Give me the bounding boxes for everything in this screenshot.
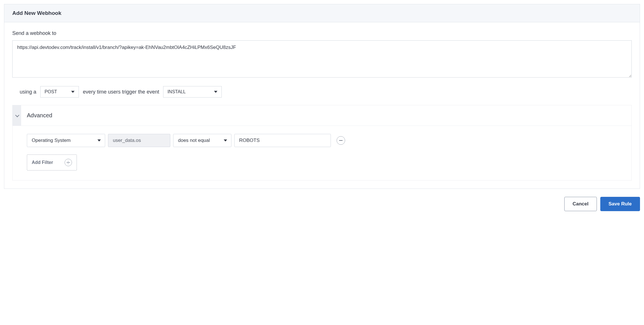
advanced-section: Advanced Operating System user_data.os d… xyxy=(12,105,632,181)
filter-row: Operating System user_data.os does not e… xyxy=(27,134,617,147)
config-row: using a POST every time users trigger th… xyxy=(20,86,632,98)
event-value: INSTALL xyxy=(167,89,186,94)
advanced-toggle[interactable] xyxy=(13,105,21,126)
advanced-body: Operating System user_data.os does not e… xyxy=(13,126,631,180)
plus-circle-icon xyxy=(65,159,72,166)
http-method-value: POST xyxy=(45,89,57,94)
caret-down-icon xyxy=(224,140,227,142)
event-select[interactable]: INSTALL xyxy=(163,86,222,98)
cancel-button[interactable]: Cancel xyxy=(564,197,597,211)
add-filter-label: Add Filter xyxy=(32,160,53,165)
caret-down-icon xyxy=(214,91,217,93)
filter-operator-select[interactable]: does not equal xyxy=(173,134,231,147)
webhook-panel: Add New Webhook Send a webhook to https:… xyxy=(4,4,640,189)
using-label: using a xyxy=(20,89,36,95)
webhook-url-input[interactable]: https://api.devtodev.com/track/install/v… xyxy=(12,40,632,78)
panel-body: Send a webhook to https://api.devtodev.c… xyxy=(4,22,640,189)
filter-value-input[interactable] xyxy=(234,134,331,147)
http-method-select[interactable]: POST xyxy=(40,86,79,98)
advanced-title: Advanced xyxy=(21,105,58,126)
remove-filter-button[interactable] xyxy=(337,136,345,145)
footer-buttons: Cancel Save Rule xyxy=(4,197,640,211)
panel-header: Add New Webhook xyxy=(4,4,640,22)
caret-down-icon xyxy=(71,91,75,93)
add-filter-button[interactable]: Add Filter xyxy=(27,154,77,171)
filter-property-select[interactable]: Operating System xyxy=(27,134,105,147)
panel-title: Add New Webhook xyxy=(12,10,632,16)
webhook-url-label: Send a webhook to xyxy=(12,30,632,36)
save-button[interactable]: Save Rule xyxy=(600,197,640,211)
advanced-header: Advanced xyxy=(13,105,631,126)
filter-field-display: user_data.os xyxy=(108,134,170,147)
trigger-label: every time users trigger the event xyxy=(83,89,159,95)
chevron-down-icon xyxy=(15,113,19,117)
minus-icon xyxy=(339,140,343,141)
caret-down-icon xyxy=(97,140,101,142)
filter-property-value: Operating System xyxy=(32,138,71,143)
filter-operator-value: does not equal xyxy=(178,138,210,143)
